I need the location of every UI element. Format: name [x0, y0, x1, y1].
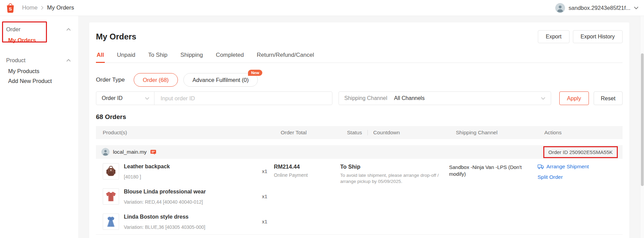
backpack-product-image[interactable] — [103, 163, 119, 180]
product-row: Linda Boston style dress Variation: BLUE… — [103, 209, 274, 234]
header-divider — [367, 130, 368, 135]
sidebar-group-product: Product My Products Add New Product — [0, 56, 78, 84]
product-info: Linda Boston style dress Variation: BLUE… — [124, 214, 260, 230]
shopee-bag-icon: S — [6, 3, 15, 13]
tab-return-refund-cancel[interactable]: Return/Refund/Cancel — [256, 49, 315, 63]
order-total-amount: RM214.44 — [274, 164, 340, 170]
status-cell: To Ship To avoid late shipment, please a… — [340, 159, 449, 185]
order-id-badge: Order ID 250902E5SMA55K — [543, 146, 618, 158]
tab-unpaid[interactable]: Unpaid — [116, 49, 136, 63]
shipping-channel-select[interactable]: Shipping Channel All Channels — [338, 91, 551, 105]
table-header: Product(s) Order Total Status Countdown … — [96, 126, 623, 139]
sidebar-item-my-products[interactable]: My Products — [6, 68, 78, 74]
page-scrollbar[interactable] — [640, 16, 644, 238]
shop-info: local_main.my — [101, 148, 156, 156]
product-name[interactable]: Linda Boston style dress — [124, 214, 260, 220]
order-type-label: Order Type — [96, 76, 125, 83]
product-info: Blouse Linda professional wear Variation… — [124, 188, 260, 205]
username-text: sandbox.29243e85f21f... — [568, 5, 630, 11]
advance-fulfilment-label: Advance Fulfilment (0) — [193, 77, 249, 83]
filter-field-select[interactable]: Order ID — [96, 92, 154, 105]
order-row: local_main.my Order ID 250902E5SMA55K — [96, 145, 623, 235]
product-row: Blouse Linda professional wear Variation… — [103, 184, 274, 209]
truck-icon — [538, 164, 544, 169]
column-status: Status — [347, 130, 362, 136]
sidebar-group-order-header[interactable]: Order — [6, 25, 78, 34]
order-id-input[interactable] — [154, 92, 332, 105]
products-column: Leather backpack [40180 ] x1 — [103, 159, 274, 234]
actions-cell: Arrange Shipment Split Order — [538, 159, 623, 180]
user-avatar-icon — [555, 3, 565, 13]
sidebar-item-add-new-product[interactable]: Add New Product — [6, 78, 78, 84]
payment-method: Online Payment — [274, 172, 340, 178]
tab-completed[interactable]: Completed — [215, 49, 244, 63]
export-button[interactable]: Export — [538, 30, 569, 43]
breadcrumb-current: My Orders — [47, 4, 74, 11]
sidebar: Order My Orders Product My Products Add … — [0, 16, 78, 238]
sidebar-item-my-orders[interactable]: My Orders — [6, 37, 78, 44]
export-history-button[interactable]: Export History — [573, 30, 623, 43]
product-row: Leather backpack [40180 ] x1 — [103, 159, 274, 184]
scrollbar-thumb[interactable] — [641, 53, 644, 186]
shipping-channel-label: Shipping Channel — [344, 95, 387, 101]
arrange-shipment-link[interactable]: Arrange Shipment — [538, 164, 623, 170]
order-total-cell: RM214.44 Online Payment — [274, 159, 340, 178]
tab-to-ship[interactable]: To Ship — [148, 49, 168, 63]
split-order-link[interactable]: Split Order — [538, 174, 623, 180]
main-content: My Orders Export Export History All Unpa… — [78, 16, 644, 238]
shop-avatar-icon — [101, 148, 110, 156]
svg-text:S: S — [9, 6, 12, 11]
user-menu[interactable]: sandbox.29243e85f21f... — [555, 3, 639, 13]
sidebar-group-order-label: Order — [6, 26, 20, 33]
order-type-row: Order Type Order (68) Advance Fulfilment… — [96, 73, 623, 87]
order-id-filter-group: Order ID — [96, 91, 332, 105]
column-actions: Actions — [544, 130, 623, 136]
product-info: Leather backpack [40180 ] — [124, 163, 260, 180]
product-quantity: x1 — [260, 188, 274, 199]
order-type-advance-fulfilment-pill[interactable]: Advance Fulfilment (0) New — [183, 73, 258, 87]
new-badge: New — [248, 70, 262, 76]
chevron-up-icon — [66, 59, 71, 62]
chat-icon[interactable] — [150, 149, 156, 155]
orders-count: 68 Orders — [96, 113, 623, 121]
column-products: Product(s) — [103, 130, 281, 136]
column-order-total: Order Total — [281, 130, 347, 136]
chevron-down-icon — [634, 6, 639, 10]
page-title: My Orders — [96, 32, 136, 41]
order-type-order-pill[interactable]: Order (68) — [134, 73, 178, 87]
filter-field-value: Order ID — [102, 95, 122, 101]
apply-button[interactable]: Apply — [559, 91, 589, 105]
header-buttons: Export Export History — [538, 30, 623, 43]
breadcrumb-home-link[interactable]: Home — [22, 4, 37, 11]
blouse-product-image[interactable] — [103, 188, 119, 205]
product-quantity: x1 — [260, 163, 274, 174]
reset-button[interactable]: Reset — [594, 91, 623, 105]
card-header: My Orders Export Export History — [96, 29, 623, 44]
chevron-down-icon — [145, 97, 149, 100]
product-quantity: x1 — [260, 214, 274, 224]
sidebar-group-product-header[interactable]: Product — [6, 56, 78, 65]
order-row-header: local_main.my Order ID 250902E5SMA55K — [96, 145, 623, 159]
chevron-up-icon — [66, 28, 71, 31]
dress-product-image[interactable] — [103, 214, 119, 230]
tab-all[interactable]: All — [96, 49, 105, 63]
breadcrumb-chevron-icon — [41, 6, 44, 10]
order-status-tabs: All Unpaid To Ship Shipping Completed Re… — [96, 49, 623, 63]
order-row-body: Leather backpack [40180 ] x1 — [96, 159, 623, 235]
shipping-channel-value: All Channels — [394, 95, 541, 101]
chevron-down-icon — [541, 97, 545, 100]
filter-row: Order ID Shipping Channel All Channels A… — [96, 91, 623, 105]
my-orders-card: My Orders Export Export History All Unpa… — [89, 22, 629, 238]
product-variation: [40180 ] — [124, 174, 260, 180]
shop-name[interactable]: local_main.my — [113, 149, 147, 155]
tab-shipping[interactable]: Shipping — [180, 49, 203, 63]
product-name[interactable]: Blouse Linda professional wear — [124, 189, 260, 195]
shopee-logo[interactable]: S — [6, 3, 15, 13]
sidebar-group-order: Order My Orders — [0, 25, 78, 44]
product-variation: Variation: RED,44 [40040 40040-012] — [124, 199, 260, 205]
product-name[interactable]: Leather backpack — [124, 164, 260, 170]
product-variation: Variation: BLUE,36 [40305 40305-000] — [124, 224, 260, 230]
order-status: To Ship — [340, 164, 440, 170]
column-countdown: Countdown — [373, 130, 400, 136]
breadcrumb: Home My Orders — [22, 4, 74, 11]
